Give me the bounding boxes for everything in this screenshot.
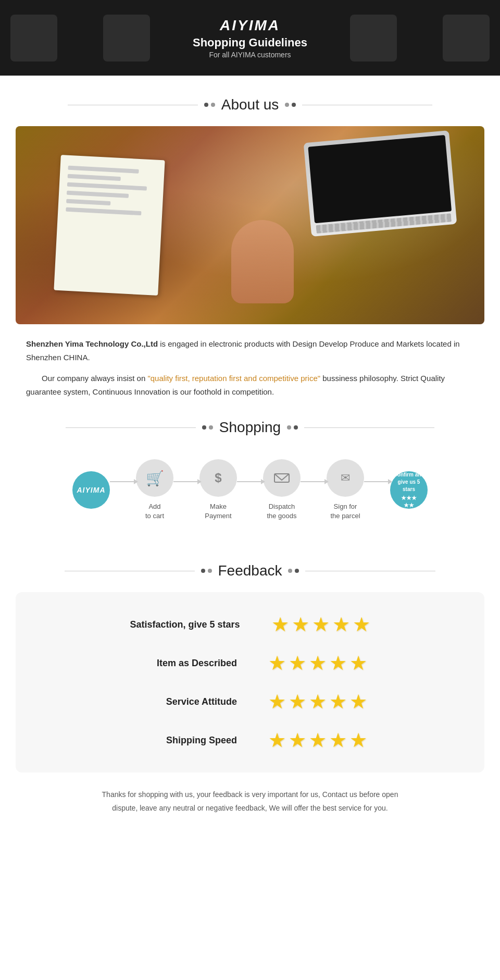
aiyima-logo-icon: AIYIMA (72, 471, 110, 509)
divider-line-right-2 (304, 427, 434, 428)
dot-6 (209, 425, 213, 430)
divider-dots-right-3 (288, 569, 299, 573)
confirm-text: Confirm andgive us 5 stars (393, 471, 424, 493)
feedback-note: Thanks for shopping with us, your feedba… (16, 788, 484, 835)
dot-1 (204, 103, 208, 107)
star-5: ★ (353, 613, 370, 636)
feedback-section: Feedback Satisfaction, give 5 stars ★ ★ … (0, 562, 500, 835)
shipping-star-4: ★ (329, 729, 347, 752)
service-label: Service Attitude (133, 696, 237, 707)
sign-icon: ✉ (327, 459, 364, 497)
star-2: ★ (292, 613, 309, 636)
shopping-title: Shopping (219, 419, 281, 436)
flow-step-cart: 🛒 Addto cart (136, 459, 173, 521)
feedback-card: Satisfaction, give 5 stars ★ ★ ★ ★ ★ Ite… (16, 592, 484, 773)
item-star-1: ★ (268, 652, 286, 675)
divider-line-right (302, 105, 432, 105)
flow-step-aiyima: AIYIMA (72, 471, 110, 509)
aiyima-logo-text: AIYIMA (77, 486, 106, 494)
dot-7 (287, 425, 291, 430)
divider-dots-left (204, 103, 215, 107)
dispatch-label: Dispatchthe goods (267, 502, 296, 521)
philosophy-highlight: "quality first, reputation first and com… (147, 374, 320, 383)
shipping-star-3: ★ (309, 729, 327, 752)
service-star-3: ★ (309, 690, 327, 713)
dot-4 (292, 103, 296, 107)
divider-dots-left-3 (201, 569, 212, 573)
about-text: Shenzhen Yima Technology Co.,Ltd is enga… (16, 337, 484, 398)
philosophy-intro: Our company always insist on (42, 374, 147, 383)
flow-arrow-5 (364, 481, 390, 482)
bg-icon-3 (350, 15, 397, 62)
service-star-5: ★ (349, 690, 367, 713)
divider-line-left (68, 105, 198, 105)
shipping-star-1: ★ (268, 729, 286, 752)
star-1: ★ (271, 613, 289, 636)
feedback-row-item: Item as Described ★ ★ ★ ★ ★ (47, 652, 453, 675)
bg-icon-4 (443, 15, 490, 62)
shipping-label: Shipping Speed (133, 735, 237, 746)
item-star-2: ★ (289, 652, 306, 675)
item-label: Item as Described (133, 658, 237, 669)
dot-8 (294, 425, 298, 430)
flow-step-dispatch: Dispatchthe goods (263, 459, 301, 521)
divider-line-left-3 (65, 571, 195, 571)
flow-step-payment: $ MakePayment (199, 459, 237, 521)
brand-logo: AIYIMA (193, 17, 307, 34)
dot-11 (288, 569, 292, 573)
satisfaction-stars: ★ ★ ★ ★ ★ (271, 613, 370, 636)
item-stars: ★ ★ ★ ★ ★ (268, 652, 367, 675)
star-3: ★ (312, 613, 330, 636)
flow-arrow-1 (110, 481, 136, 482)
dispatch-icon (263, 459, 301, 497)
divider-dots-right (285, 103, 296, 107)
about-image (16, 126, 484, 324)
dot-2 (211, 103, 215, 107)
company-name: Shenzhen Yima Technology Co.,Ltd (26, 339, 158, 348)
divider-line-left-2 (66, 427, 196, 428)
item-star-5: ★ (349, 652, 367, 675)
shopping-section: Shopping AIYIMA 🛒 Addto cart $ MakePayme… (0, 419, 500, 542)
item-star-4: ★ (329, 652, 347, 675)
divider-line-right-3 (305, 571, 435, 571)
sign-label: Sign forthe parcel (330, 502, 360, 521)
about-divider: About us (16, 96, 484, 113)
satisfaction-label: Satisfaction, give 5 stars (130, 619, 240, 630)
dot-10 (208, 569, 212, 573)
feedback-row-service: Service Attitude ★ ★ ★ ★ ★ (47, 690, 453, 713)
bg-icon-2 (103, 15, 150, 62)
flow-step-sign: ✉ Sign forthe parcel (327, 459, 364, 521)
service-star-1: ★ (268, 690, 286, 713)
about-paragraph-1: Shenzhen Yima Technology Co.,Ltd is enga… (26, 337, 474, 364)
dot-3 (285, 103, 289, 107)
header-title: Shopping Guidelines (193, 36, 307, 50)
flow-arrow-4 (301, 481, 327, 482)
shopping-divider: Shopping (16, 419, 484, 436)
feedback-divider: Feedback (16, 562, 484, 579)
confirm-stars: ★★★★★ (401, 494, 417, 509)
cart-label: Addto cart (145, 502, 164, 521)
divider-dots-left-2 (202, 425, 213, 430)
laptop-screen (308, 135, 452, 223)
feedback-row-satisfaction: Satisfaction, give 5 stars ★ ★ ★ ★ ★ (47, 613, 453, 636)
star-4: ★ (332, 613, 350, 636)
shipping-stars: ★ ★ ★ ★ ★ (268, 729, 367, 752)
dot-12 (295, 569, 299, 573)
laptop-shape (304, 130, 457, 237)
service-star-4: ★ (329, 690, 347, 713)
header: AIYIMA Shopping Guidelines For all AIYIM… (0, 0, 500, 76)
divider-dots-right-2 (287, 425, 298, 430)
paper-shape (54, 155, 165, 296)
shipping-star-5: ★ (349, 729, 367, 752)
feedback-row-shipping: Shipping Speed ★ ★ ★ ★ ★ (47, 729, 453, 752)
about-section: About us (0, 96, 500, 398)
header-content: AIYIMA Shopping Guidelines For all AIYIM… (193, 17, 307, 59)
dot-9 (201, 569, 205, 573)
handshake-visual (16, 126, 484, 324)
feedback-title: Feedback (218, 562, 282, 579)
shipping-star-2: ★ (289, 729, 306, 752)
service-stars: ★ ★ ★ ★ ★ (268, 690, 367, 713)
cart-icon: 🛒 (136, 459, 173, 497)
header-subtitle: For all AIYIMA customers (193, 51, 307, 59)
shopping-flow: AIYIMA 🛒 Addto cart $ MakePayment Dispat… (16, 449, 484, 542)
